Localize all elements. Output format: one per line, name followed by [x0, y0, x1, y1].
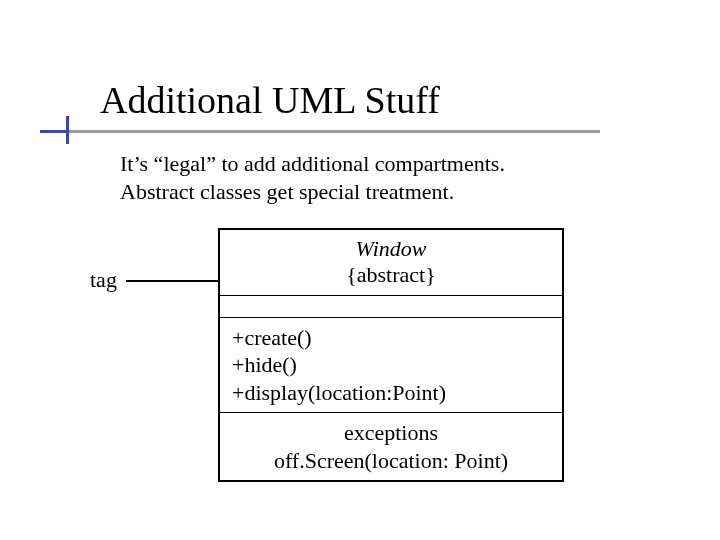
uml-operations-compartment: +create() +hide() +display(location:Poin… [220, 317, 562, 413]
title-accent [40, 130, 68, 133]
uml-extra-line: off.Screen(location: Point) [232, 447, 550, 475]
subtitle-line-1: It’s “legal” to add additional compartme… [120, 150, 505, 178]
uml-name-compartment: Window {abstract} [220, 230, 562, 295]
uml-class-box: Window {abstract} +create() +hide() +dis… [218, 228, 564, 482]
uml-extra-title: exceptions [232, 419, 550, 447]
tag-connector-line [126, 280, 222, 282]
uml-attributes-compartment [220, 295, 562, 317]
subtitle-line-2: Abstract classes get special treatment. [120, 178, 505, 206]
subtitle-block: It’s “legal” to add additional compartme… [120, 150, 505, 205]
uml-operation: +display(location:Point) [232, 379, 550, 407]
uml-class-name: Window [232, 236, 550, 262]
tag-label: tag [90, 267, 117, 293]
uml-operation: +hide() [232, 351, 550, 379]
title-underline [40, 130, 600, 133]
uml-class-constraint: {abstract} [232, 262, 550, 288]
uml-extra-compartment: exceptions off.Screen(location: Point) [220, 412, 562, 480]
uml-operation: +create() [232, 324, 550, 352]
page-title: Additional UML Stuff [100, 78, 440, 122]
title-tick [66, 116, 69, 144]
